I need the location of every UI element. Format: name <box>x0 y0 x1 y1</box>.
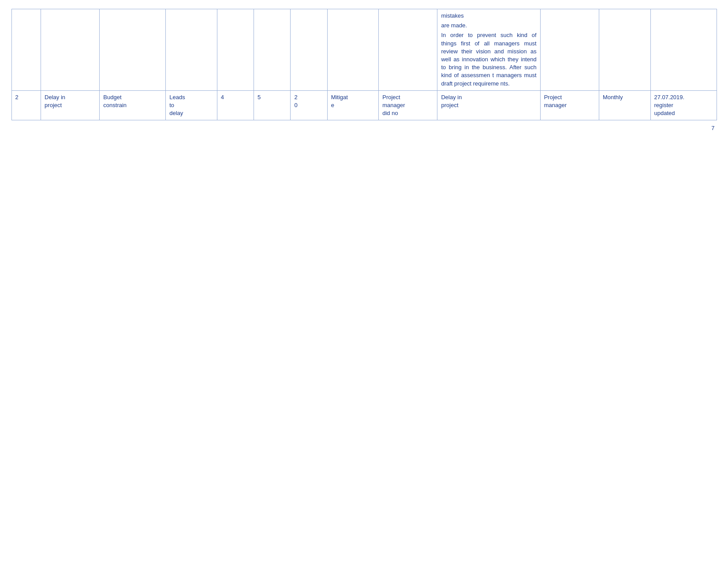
cell-row2-proj-mgr-line2: manager <box>382 101 433 109</box>
cell-row2-long-text: Delay in project <box>437 90 540 120</box>
cell-row2-date: 27.07.2019. register updated <box>650 90 717 120</box>
cell-row2-leads-line3: delay <box>169 109 213 117</box>
cell-top-desc <box>100 9 166 91</box>
cell-row2-4: 4 <box>217 90 254 120</box>
cell-row2-mitigate-line2: e <box>331 101 375 109</box>
cell-row2-desc: Budget constrain <box>100 90 166 120</box>
cell-top-owner <box>540 9 599 91</box>
cell-row2-date-line1: 27.07.2019. <box>654 93 713 101</box>
cell-row2-name-line2: project <box>45 101 96 109</box>
long-text-paragraph-1: mistakes <box>441 12 536 20</box>
cell-row2-long-text-line2: project <box>441 101 536 109</box>
cell-top-date <box>650 9 717 91</box>
cell-row2-date-line2: register <box>654 101 713 109</box>
cell-row2-desc-line1: Budget <box>103 93 162 101</box>
cell-row2-proj-mgr-line3: did no <box>382 109 433 117</box>
cell-row2-proj-mgr-line1: Project <box>382 93 433 101</box>
cell-row2-owner: Project manager <box>540 90 599 120</box>
cell-top-4 <box>217 9 254 91</box>
cell-row2-num: 2 <box>11 90 41 120</box>
main-table: mistakes are made. In order to prevent s… <box>11 9 717 120</box>
cell-row2-owner-line1: Project <box>544 93 595 101</box>
cell-row2-long-text-line1: Delay in <box>441 93 536 101</box>
cell-row2-freq: Monthly <box>599 90 650 120</box>
cell-row2-date-line3: updated <box>654 109 713 117</box>
long-text-paragraph-2: are made. <box>441 22 536 30</box>
cell-row2-5: 5 <box>254 90 291 120</box>
cell-top-mitigate <box>327 9 379 91</box>
cell-row2-owner-line2: manager <box>544 101 595 109</box>
cell-top-leads <box>166 9 217 91</box>
cell-row2-desc-line2: constrain <box>103 101 162 109</box>
cell-row2-mitigate-line1: Mitigat <box>331 93 375 101</box>
cell-row2-proj-mgr: Project manager did no <box>379 90 437 120</box>
cell-top-5 <box>254 9 291 91</box>
cell-row2-20-line2: 0 <box>294 101 323 109</box>
table-row-2: 2 Delay in project Budget constrain Lead… <box>11 90 717 120</box>
cell-row2-20-line1: 2 <box>294 93 323 101</box>
cell-row2-20: 2 0 <box>291 90 327 120</box>
page-wrapper: mistakes are made. In order to prevent s… <box>11 9 717 131</box>
page-number: 7 <box>11 125 717 131</box>
long-text-paragraph-3: In order to prevent such kind of things … <box>441 31 536 87</box>
table-row-top: mistakes are made. In order to prevent s… <box>11 9 717 91</box>
cell-top-20 <box>291 9 327 91</box>
cell-top-num <box>11 9 41 91</box>
cell-top-long-text: mistakes are made. In order to prevent s… <box>437 9 540 91</box>
cell-row2-leads: Leads to delay <box>166 90 217 120</box>
cell-row2-name-line1: Delay in <box>45 93 96 101</box>
cell-top-freq <box>599 9 650 91</box>
cell-top-name <box>41 9 100 91</box>
cell-row2-leads-line2: to <box>169 101 213 109</box>
cell-row2-leads-line1: Leads <box>169 93 213 101</box>
cell-row2-name: Delay in project <box>41 90 100 120</box>
cell-row2-mitigate: Mitigat e <box>327 90 379 120</box>
cell-top-proj-mgr <box>379 9 437 91</box>
